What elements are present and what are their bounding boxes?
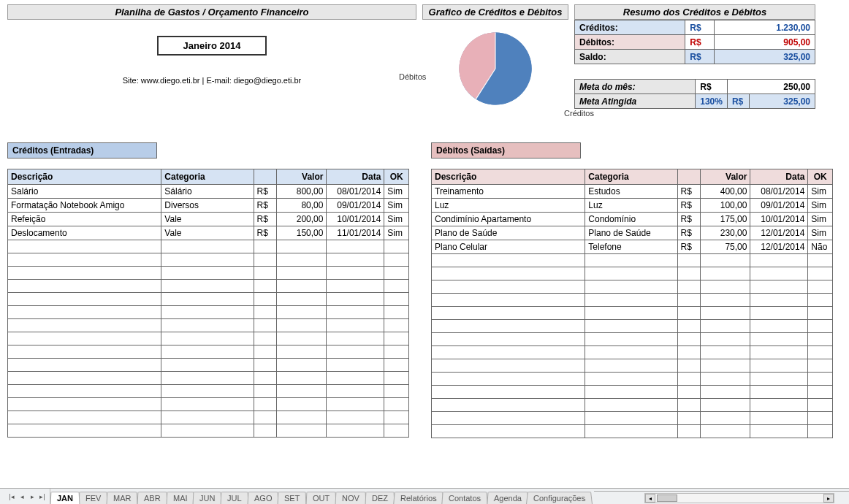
- table-row[interactable]: TreinamentoEstudosR$400,0008/01/2014Sim: [432, 185, 833, 199]
- table-row-empty[interactable]: [8, 385, 409, 398]
- table-row-empty[interactable]: [8, 345, 409, 359]
- cell-val[interactable]: 150,00: [277, 226, 327, 240]
- cell-desc[interactable]: Plano de Saúde: [432, 226, 585, 240]
- table-row-empty[interactable]: [432, 333, 833, 346]
- table-row-empty[interactable]: [8, 359, 409, 372]
- scroll-right-icon[interactable]: ▸: [823, 494, 834, 503]
- cell-cat[interactable]: Estudos: [585, 185, 677, 199]
- sheet-tab-fev[interactable]: FEV: [79, 492, 108, 504]
- table-row-empty[interactable]: [8, 411, 409, 424]
- table-row-empty[interactable]: [8, 240, 409, 253]
- table-row-empty[interactable]: [8, 253, 409, 267]
- cell-cur[interactable]: R$: [677, 226, 701, 240]
- sheet-tab-abr[interactable]: ABR: [137, 492, 167, 504]
- table-row[interactable]: RefeiçãoValeR$200,0010/01/2014Sim: [8, 213, 409, 226]
- cell-cat[interactable]: Plano de Saúde: [585, 226, 677, 240]
- sheet-tab-jan[interactable]: JAN: [50, 492, 80, 504]
- tab-nav-last-icon[interactable]: ▸|: [38, 492, 47, 502]
- cell-date[interactable]: 10/01/2014: [750, 213, 808, 226]
- tab-nav-next-icon[interactable]: ▸: [28, 492, 37, 502]
- sheet-tab-jul[interactable]: JUL: [221, 492, 248, 504]
- table-row-empty[interactable]: [432, 294, 833, 307]
- table-row[interactable]: Condimínio ApartamentoCondomínioR$175,00…: [432, 213, 833, 226]
- table-row-empty[interactable]: [432, 373, 833, 386]
- sheet-tab-out[interactable]: OUT: [305, 492, 336, 504]
- cell-val[interactable]: 175,00: [701, 213, 750, 226]
- cell-ok[interactable]: Sim: [384, 185, 409, 199]
- table-row-empty[interactable]: [432, 399, 833, 412]
- table-row-empty[interactable]: [8, 332, 409, 345]
- cell-cur[interactable]: R$: [677, 240, 701, 254]
- cell-cur[interactable]: R$: [254, 185, 277, 199]
- sheet-tab-dez[interactable]: DEZ: [365, 492, 395, 504]
- cell-cur[interactable]: R$: [677, 199, 701, 213]
- cell-val[interactable]: 80,00: [277, 199, 327, 213]
- table-row-empty[interactable]: [8, 306, 409, 319]
- cell-cur[interactable]: R$: [677, 213, 701, 226]
- table-row-empty[interactable]: [8, 372, 409, 385]
- sheet-tab-mai[interactable]: MAI: [166, 492, 194, 504]
- cell-desc[interactable]: Plano Celular: [432, 240, 585, 254]
- cell-desc[interactable]: Refeição: [8, 213, 161, 226]
- cell-ok[interactable]: Sim: [808, 226, 833, 240]
- table-row-empty[interactable]: [432, 254, 833, 267]
- cell-val[interactable]: 230,00: [701, 226, 750, 240]
- table-row-empty[interactable]: [432, 346, 833, 359]
- horizontal-scrollbar[interactable]: ◂ ▸: [644, 493, 834, 503]
- cell-cat[interactable]: Luz: [585, 199, 677, 213]
- sheet-tab-configurações[interactable]: Configurações: [526, 492, 593, 504]
- scroll-thumb[interactable]: [657, 495, 677, 502]
- cell-cur[interactable]: R$: [254, 226, 277, 240]
- table-row[interactable]: DeslocamentoValeR$150,0011/01/2014Sim: [8, 226, 409, 240]
- cell-ok[interactable]: Sim: [808, 199, 833, 213]
- sheet-tab-ago[interactable]: AGO: [248, 492, 279, 504]
- credits-table[interactable]: Descrição Categoria Valor Data OK Salári…: [7, 169, 409, 438]
- cell-val[interactable]: 400,00: [701, 185, 750, 199]
- cell-cur[interactable]: R$: [254, 199, 277, 213]
- cell-val[interactable]: 800,00: [277, 185, 327, 199]
- cell-cat[interactable]: Diversos: [161, 199, 254, 213]
- tab-nav-first-icon[interactable]: |◂: [7, 492, 16, 502]
- scroll-left-icon[interactable]: ◂: [645, 494, 655, 503]
- cell-cur[interactable]: R$: [677, 185, 701, 199]
- cell-cat[interactable]: Sálário: [161, 185, 254, 199]
- cell-cat[interactable]: Vale: [161, 213, 254, 226]
- cell-desc[interactable]: Condimínio Apartamento: [432, 213, 585, 226]
- cell-ok[interactable]: Sim: [384, 199, 409, 213]
- table-row[interactable]: Plano CelularTelefoneR$75,0012/01/2014Nã…: [432, 240, 833, 254]
- cell-val[interactable]: 100,00: [701, 199, 750, 213]
- cell-ok[interactable]: Sim: [808, 185, 833, 199]
- table-row-empty[interactable]: [432, 307, 833, 320]
- table-row-empty[interactable]: [8, 280, 409, 293]
- cell-ok[interactable]: Sim: [384, 213, 409, 226]
- cell-desc[interactable]: Luz: [432, 199, 585, 213]
- cell-desc[interactable]: Treinamento: [432, 185, 585, 199]
- table-row[interactable]: Formatação Notebook AmigoDiversosR$80,00…: [8, 199, 409, 213]
- cell-val[interactable]: 75,00: [701, 240, 750, 254]
- cell-date[interactable]: 10/01/2014: [327, 213, 384, 226]
- sheet-tab-nov[interactable]: NOV: [335, 492, 367, 504]
- sheet-tab-relatórios[interactable]: Relatórios: [393, 492, 443, 504]
- table-row-empty[interactable]: [8, 267, 409, 280]
- sheet-tab-set[interactable]: SET: [278, 492, 307, 504]
- cell-date[interactable]: 09/01/2014: [750, 199, 808, 213]
- sheet-tab-mar[interactable]: MAR: [107, 492, 138, 504]
- tab-nav-prev-icon[interactable]: ◂: [18, 492, 26, 502]
- cell-ok[interactable]: Sim: [808, 213, 833, 226]
- cell-cat[interactable]: Condomínio: [585, 213, 677, 226]
- cell-cat[interactable]: Vale: [161, 226, 254, 240]
- cell-cur[interactable]: R$: [254, 213, 277, 226]
- table-row-empty[interactable]: [432, 267, 833, 280]
- cell-date[interactable]: 09/01/2014: [327, 199, 384, 213]
- cell-desc[interactable]: Salário: [8, 185, 161, 199]
- table-row-empty[interactable]: [8, 424, 409, 438]
- table-row-empty[interactable]: [432, 412, 833, 425]
- table-row[interactable]: SalárioSálárioR$800,0008/01/2014Sim: [8, 185, 409, 199]
- table-row-empty[interactable]: [432, 320, 833, 333]
- cell-date[interactable]: 12/01/2014: [750, 240, 808, 254]
- debits-table[interactable]: Descrição Categoria Valor Data OK Treina…: [431, 169, 833, 438]
- cell-date[interactable]: 08/01/2014: [327, 185, 384, 199]
- table-row-empty[interactable]: [8, 398, 409, 411]
- cell-ok[interactable]: Sim: [384, 226, 409, 240]
- cell-date[interactable]: 11/01/2014: [327, 226, 384, 240]
